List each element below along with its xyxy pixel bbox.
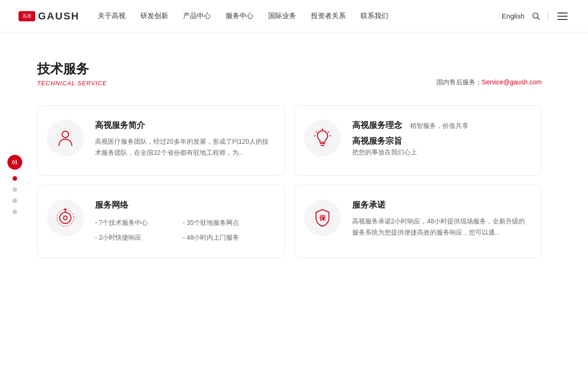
side-dot-1[interactable] — [13, 176, 17, 181]
logo-cn-text: 高視 — [22, 14, 32, 19]
network-col1-item1: - 7个技术服务中心 — [95, 216, 183, 229]
side-page-badge[interactable]: 01 — [7, 155, 22, 170]
page-subtitle-en: TECHNICAL SERVICE — [37, 80, 107, 87]
search-icon — [532, 12, 540, 20]
nav-rnd[interactable]: 研发创新 — [140, 12, 168, 20]
service-contact: 国内售后服务：Service@gaush.com — [436, 78, 542, 87]
service-label: 国内售后服务： — [436, 78, 482, 86]
svg-point-10 — [60, 212, 71, 223]
card-network-content: 服务网络 - 7个技术服务中心 - 35个驻地服务网点 - 2小时快捷响应 - … — [95, 199, 271, 244]
network-col2-item1: - 35个驻地服务网点 — [183, 216, 270, 229]
network-col1-item2: - 2小时快捷响应 — [95, 231, 183, 244]
svg-line-7 — [328, 132, 329, 133]
card-philosophy-content: 高视服务理念 精智服务，价值共享 高视服务宗旨 把您的事放在我们心上 — [352, 120, 528, 161]
network-col2-item2: - 48小时内上门服务 — [183, 231, 270, 244]
svg-line-1 — [537, 17, 540, 19]
philosophy-sub-1: 精智服务，价值共享 — [410, 122, 468, 129]
philosophy-title-2: 高视服务宗旨 — [352, 135, 528, 146]
card-commitment-content: 服务承诺 高视服务承诺2小时响应，48小时提供现场服务，全新升级的服务系统为您提… — [352, 199, 528, 238]
cards-grid: 高视服务简介 高视医疗服务团队，经过20多年的发展，形成了约120人的技术服务团… — [37, 105, 542, 258]
card-intro-title: 高视服务简介 — [95, 120, 271, 131]
svg-point-11 — [63, 216, 67, 220]
side-dot-3[interactable] — [13, 198, 17, 203]
language-switcher[interactable]: English — [502, 12, 525, 20]
lightbulb-icon — [312, 128, 333, 148]
shield-icon: 保 — [312, 208, 333, 228]
nav-about[interactable]: 关于高视 — [98, 12, 126, 20]
card-commitment-text: 高视服务承诺2小时响应，48小时提供现场服务，全新升级的服务系统为您提供便捷高效… — [352, 216, 528, 238]
nav-intl[interactable]: 国际业务 — [268, 12, 296, 20]
main-nav: 关于高视 研发创新 产品中心 服务中心 国际业务 投资者关系 联系我们 — [98, 12, 501, 20]
philosophy-title-1: 高视服务理念 精智服务，价值共享 — [352, 120, 528, 131]
search-button[interactable] — [532, 12, 540, 20]
nav-products[interactable]: 产品中心 — [183, 12, 211, 20]
card-intro-text: 高视医疗服务团队，经过20多年的发展，形成了约120人的技术服务团队，在全国32… — [95, 136, 271, 159]
svg-point-13 — [64, 209, 67, 211]
hamburger-line-2 — [557, 16, 568, 17]
page-title: 技术服务 TECHNICAL SERVICE — [37, 60, 107, 87]
card-intro-icon-wrap — [47, 120, 84, 157]
header: 高視 GAUSH 关于高视 研发创新 产品中心 服务中心 国际业务 投资者关系 … — [0, 0, 588, 32]
philosophy-item-2: 高视服务宗旨 把您的事放在我们心上 — [352, 135, 528, 157]
card-network-details: - 7个技术服务中心 - 35个驻地服务网点 - 2小时快捷响应 - 48小时内… — [95, 216, 271, 244]
header-right: English — [502, 11, 569, 22]
card-network-title: 服务网络 — [95, 199, 271, 210]
nav-contact[interactable]: 联系我们 — [360, 12, 388, 20]
card-philosophy-icon-wrap — [304, 120, 341, 157]
card-intro-content: 高视服务简介 高视医疗服务团队，经过20多年的发展，形成了约120人的技术服务团… — [95, 120, 271, 159]
nav-service[interactable]: 服务中心 — [226, 12, 253, 20]
svg-point-2 — [62, 131, 69, 138]
side-navigation: 01 — [7, 155, 22, 214]
logo[interactable]: 高視 GAUSH — [19, 10, 79, 22]
card-network-icon-wrap — [47, 199, 84, 236]
satellite-icon — [55, 208, 76, 228]
hamburger-menu-button[interactable] — [556, 11, 569, 22]
card-network[interactable]: 服务网络 - 7个技术服务中心 - 35个驻地服务网点 - 2小时快捷响应 - … — [37, 185, 285, 258]
service-email-link[interactable]: Service@gaush.com — [482, 78, 542, 86]
philosophy-item-1: 高视服务理念 精智服务，价值共享 — [352, 120, 528, 131]
card-commitment-icon-wrap: 保 — [304, 199, 341, 236]
header-divider — [548, 12, 548, 21]
page-title-section: 技术服务 TECHNICAL SERVICE 国内售后服务：Service@ga… — [37, 60, 542, 87]
hamburger-line-1 — [557, 13, 568, 13]
card-intro[interactable]: 高视服务简介 高视医疗服务团队，经过20多年的发展，形成了约120人的技术服务团… — [37, 105, 285, 176]
philosophy-sub-2: 把您的事放在我们心上 — [352, 148, 528, 157]
nav-investor[interactable]: 投资者关系 — [311, 12, 346, 20]
person-icon — [55, 128, 76, 148]
hamburger-line-3 — [557, 19, 568, 20]
side-dot-4[interactable] — [13, 210, 17, 214]
side-dot-2[interactable] — [13, 187, 17, 192]
card-commitment-title: 服务承诺 — [352, 199, 528, 210]
svg-line-6 — [316, 132, 317, 133]
logo-cn-box: 高視 — [19, 11, 35, 21]
card-commitment[interactable]: 保 服务承诺 高视服务承诺2小时响应，48小时提供现场服务，全新升级的服务系统为… — [294, 185, 542, 258]
main-content: 技术服务 TECHNICAL SERVICE 国内售后服务：Service@ga… — [0, 32, 588, 286]
logo-en-text: GAUSH — [38, 10, 79, 22]
card-philosophy[interactable]: 高视服务理念 精智服务，价值共享 高视服务宗旨 把您的事放在我们心上 — [294, 105, 542, 176]
svg-text:保: 保 — [319, 214, 326, 222]
page-title-cn: 技术服务 — [37, 60, 107, 78]
